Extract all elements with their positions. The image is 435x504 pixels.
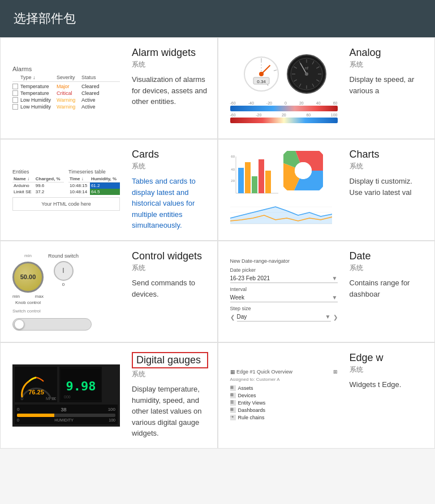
edge-assigned: Assigned to: Customer A [230, 377, 338, 382]
date-widget-title: Date [350, 250, 426, 262]
svg-rect-29 [252, 176, 257, 193]
edge-header: ▦ Edge #1 Quick Overview ⊞ [230, 369, 338, 375]
round-switch: I [54, 261, 74, 281]
edge-widget-system: 系统 [350, 365, 426, 375]
svg-rect-31 [265, 171, 271, 193]
control-widget-system: 系统 [132, 263, 208, 273]
edge-list-item-dashboards: ⊞ Dashboards [230, 407, 338, 413]
svg-rect-28 [245, 162, 251, 193]
cards-widget-title: Cards [132, 149, 208, 160]
gauges-row: 0.34 [230, 54, 338, 94]
control-preview: min 50.00 minmax Knob control Round swit… [10, 250, 123, 333]
svg-point-39 [295, 162, 312, 179]
cards-desc-highlight: Tables and cards to display latest and h… [132, 177, 196, 229]
svg-text:000: 000 [64, 395, 71, 399]
edge-list-item-rule-chains: ⇢ Rule chains [230, 415, 338, 420]
svg-point-5 [259, 72, 264, 76]
svg-text:20: 20 [231, 179, 235, 183]
analog-preview: 0.34 [227, 47, 341, 129]
alarm-label: Alarms [12, 66, 120, 72]
digital-progress: 0 38 100 0 HUMIDITY 100 [15, 405, 118, 424]
control-widget-title: Control widgets [132, 250, 208, 262]
edge-widget-card[interactable]: ▦ Edge #1 Quick Overview ⊞ Assigned to: … [218, 342, 436, 449]
entities-section: Entities Name ↓Charged, % Arduino99.6 Li… [12, 169, 120, 195]
analog-widget-system: 系统 [350, 60, 426, 69]
control-widget-desc: Send commands to devices. [132, 277, 208, 299]
cards-widget-system: 系统 [132, 162, 208, 171]
date-nav-label: New Date-range-navigator [230, 258, 338, 264]
digital-widget-desc: Display temperature, humidity, speed, an… [132, 384, 208, 439]
date-widget-card[interactable]: New Date-range-navigator Date picker 16-… [218, 241, 436, 342]
date-widget-system: 系统 [350, 263, 426, 273]
widget-grid: Alarms Type ↓ Severity Status Temperatur… [0, 37, 435, 449]
alarm-row-4: Low Humidity Warning Active [12, 104, 120, 110]
control-widget-info: Control widgets 系统 Send commands to devi… [123, 250, 208, 333]
edge-list: ⊞ Assets ⊞ Devices ☰ Entity Views ⊞ Dash… [230, 385, 338, 420]
alarm-row-3: Low Humidity Warning Active [12, 97, 120, 103]
edge-list-item-devices: ⊞ Devices [230, 393, 338, 398]
charts-widget-card[interactable]: 60 40 20 [218, 139, 436, 241]
orange-gauge-svg: 0.34 [241, 54, 282, 94]
svg-text:9.98: 9.98 [66, 379, 96, 393]
bar-chart-svg: 60 40 20 [230, 151, 281, 196]
alarm-row-2: Temperature Critical Cleared [12, 90, 120, 96]
analog-widget-card[interactable]: 0.34 [218, 37, 436, 139]
digital-gauges-widget-card[interactable]: 76.25 0 MPH :00 9.98 000 [0, 342, 218, 449]
date-preview: New Date-range-navigator Date picker 16-… [227, 250, 341, 333]
alarm-row-1: Temperature Major Cleared [12, 84, 120, 89]
digital-preview: 76.25 0 MPH :00 9.98 000 [10, 352, 123, 439]
charts-widget-system: 系统 [350, 162, 426, 171]
digital-widget-info: Digital gauges 系统 Display temperature, h… [123, 352, 208, 439]
digital-gauge-1: 76.25 0 MPH :00 [15, 367, 57, 402]
alarm-widget-card[interactable]: Alarms Type ↓ Severity Status Temperatur… [0, 37, 218, 139]
analog-widget-title: Analog [350, 47, 426, 59]
control-widget-card[interactable]: min 50.00 minmax Knob control Round swit… [0, 241, 218, 342]
slider-switch [12, 318, 92, 331]
line-chart-svg [230, 198, 332, 227]
digital-matrix-svg: 9.98 000 [61, 369, 101, 400]
alarm-widget-info: Alarm widgets 系统 Visualization of alarms… [123, 47, 208, 129]
svg-rect-30 [259, 159, 264, 193]
charts-widget-desc: Display ti customiz. Use vario latest va… [350, 176, 426, 198]
knob-control: 50.00 [12, 262, 44, 293]
edge-widget-desc: Widgets t Edge. [350, 379, 426, 390]
dark-gauge-svg: nf [286, 54, 327, 94]
step-field: Step size ❮ Day ▼ ❯ [230, 306, 338, 321]
edge-widget-title: Edge w [350, 352, 426, 364]
svg-text::00: :00 [51, 397, 56, 400]
alarm-preview: Alarms Type ↓ Severity Status Temperatur… [10, 47, 123, 129]
cards-widget-card[interactable]: Entities Name ↓Charged, % Arduino99.6 Li… [0, 139, 218, 241]
html-code-box: Your HTML code here [12, 197, 120, 211]
analog-widget-info: Analog 系统 Display te speed, ar various a [341, 47, 426, 129]
digital-gauge-2: 9.98 000 [59, 367, 102, 402]
cards-widget-desc: Tables and cards to display latest and h… [132, 176, 208, 231]
alarm-table-header: Type ↓ Severity Status [12, 75, 120, 82]
date-picker-field: Date picker 16-23 Feb 2021 ▼ [230, 267, 338, 283]
interval-field: Interval Week ▼ [230, 286, 338, 302]
svg-text:60: 60 [231, 155, 235, 158]
digital-arc-svg: 76.25 0 MPH :00 [16, 369, 56, 400]
svg-text:40: 40 [231, 168, 235, 171]
alarm-widget-title: Alarm widgets [132, 47, 208, 59]
cards-preview: Entities Name ↓Charged, % Arduino99.6 Li… [10, 149, 123, 231]
pie-chart-svg [283, 151, 323, 190]
svg-rect-27 [238, 168, 244, 193]
svg-text:0: 0 [21, 397, 23, 400]
analog-widget-desc: Display te speed, ar various a [350, 74, 426, 96]
alarm-widget-system: 系统 [132, 60, 208, 69]
svg-point-23 [305, 72, 308, 76]
svg-text:0.34: 0.34 [257, 79, 266, 84]
alarm-widget-desc: Visualization of alarms for devices, ass… [132, 74, 208, 107]
charts-widget-info: Charts 系统 Display ti customiz. Use vario… [341, 149, 426, 231]
svg-text:nf: nf [305, 66, 308, 70]
digital-widget-system: 系统 [132, 370, 208, 379]
edge-preview: ▦ Edge #1 Quick Overview ⊞ Assigned to: … [227, 352, 341, 439]
cards-widget-info: Cards 系统 Tables and cards to display lat… [123, 149, 208, 231]
edge-list-item-entity-views: ☰ Entity Views [230, 400, 338, 406]
charts-widget-title: Charts [350, 149, 426, 160]
edge-list-item-assets: ⊞ Assets [230, 385, 338, 391]
charts-preview: 60 40 20 [227, 149, 341, 231]
page-title: 选择部件包 [14, 11, 76, 25]
page-header: 选择部件包 [0, 0, 435, 37]
edge-widget-info: Edge w 系统 Widgets t Edge. [341, 352, 426, 439]
